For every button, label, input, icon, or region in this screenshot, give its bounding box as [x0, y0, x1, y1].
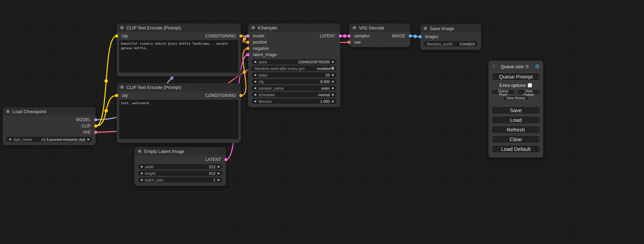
vae-output-port[interactable]	[94, 131, 97, 134]
clear-button[interactable]: Clear	[492, 135, 540, 143]
arrow-left-icon[interactable]: ◀	[254, 80, 256, 83]
arrow-right-icon[interactable]: ▶	[218, 165, 220, 168]
arrow-right-icon[interactable]: ▶	[332, 100, 334, 103]
negative-input-port[interactable]	[246, 47, 249, 50]
widget-sampler-name[interactable]: ◀ sampler_name euler ▶	[252, 85, 337, 91]
node-header[interactable]: Save Image	[420, 24, 481, 33]
widget-random-seed-toggle[interactable]: Random seed after every gen enabled	[252, 66, 337, 71]
comfy-menu-panel[interactable]: Queue size: 0 ⚙ Queue Prompt Extra optio…	[488, 61, 543, 157]
arrow-right-icon[interactable]: ▶	[218, 172, 220, 175]
model-input-port[interactable]	[246, 35, 249, 38]
model-output-port[interactable]	[94, 118, 97, 121]
arrow-left-icon[interactable]: ◀	[140, 172, 142, 175]
latent-image-input-port[interactable]	[246, 53, 249, 56]
menu-header: Queue size: 0 ⚙	[491, 63, 540, 71]
latent-output-port[interactable]	[339, 35, 342, 38]
settings-gear-icon[interactable]: ⚙	[535, 63, 540, 70]
node-vae-decode[interactable]: VAE Decode samples IMAGE vae	[349, 24, 410, 47]
collapse-dot-icon[interactable]	[424, 27, 427, 30]
input-label-positive: positive	[253, 40, 267, 45]
vae-input-port[interactable]	[347, 41, 351, 44]
widget-steps[interactable]: ◀ steps 20 ▶	[252, 72, 337, 78]
output-label-conditioning: CONDITIONING	[205, 93, 236, 98]
arrow-left-icon[interactable]: ◀	[254, 87, 256, 90]
collapse-dot-icon[interactable]	[120, 26, 124, 29]
clip-input-port[interactable]	[115, 35, 118, 38]
queue-front-button[interactable]: Queue Front	[491, 89, 515, 94]
widget-seed[interactable]: ◀ seed 156680208700286 ▶	[252, 59, 337, 64]
load-button[interactable]: Load	[492, 116, 540, 124]
widget-name: height	[145, 171, 155, 175]
conditioning-output-port[interactable]	[239, 94, 242, 97]
node-empty-latent-image[interactable]: Empty Latent Image LATENT ◀ width 512 ▶ …	[134, 147, 226, 186]
save-button[interactable]: Save	[492, 106, 540, 114]
node-load-checkpoint[interactable]: Load Checkpoint MODEL CLIP VAE ◀	[3, 107, 96, 145]
widget-value: 512	[209, 171, 215, 175]
arrow-left-icon[interactable]: ◀	[140, 165, 142, 168]
widget-filename-prefix[interactable]: filename_prefix ComfyUI	[424, 41, 478, 46]
drag-handle-icon[interactable]	[493, 65, 493, 65]
samples-input-port[interactable]	[347, 35, 351, 38]
collapse-dot-icon[interactable]	[6, 110, 10, 113]
node-header[interactable]: CLIP Text Encode (Prompt)	[117, 24, 241, 32]
arrow-left-icon[interactable]: ◀	[254, 93, 256, 96]
prompt-textarea[interactable]: text, watermark	[119, 100, 238, 139]
widget-name: filename_prefix	[427, 42, 453, 46]
arrow-left-icon[interactable]: ◀	[254, 61, 256, 63]
node-header[interactable]: VAE Decode	[349, 24, 410, 32]
extra-options-checkbox[interactable]	[528, 83, 532, 88]
node-clip-text-encode-negative[interactable]: CLIP Text Encode (Prompt) clip CONDITION…	[117, 83, 241, 143]
arrow-right-icon[interactable]: ▶	[332, 93, 334, 96]
clip-output-port[interactable]	[94, 125, 97, 128]
widget-batch-size[interactable]: ◀ batch_size 1 ▶	[138, 177, 222, 182]
refresh-button[interactable]: Refresh	[492, 126, 540, 134]
node-header[interactable]: Empty Latent Image	[134, 147, 226, 155]
arrow-left-icon[interactable]: ◀	[9, 138, 11, 141]
widget-scheduler[interactable]: ◀ scheduler normal ▶	[252, 92, 337, 97]
widget-value: v1-5-pruned-emaonly.ckpt	[41, 137, 85, 142]
widget-value: 512	[209, 165, 215, 169]
widget-height[interactable]: ◀ height 512 ▶	[138, 171, 222, 176]
view-history-button[interactable]: View History	[503, 96, 528, 101]
view-queue-button[interactable]: View Queue	[517, 89, 540, 94]
widget-cfg[interactable]: ◀ cfg 8.000 ▶	[252, 79, 337, 84]
arrow-right-icon[interactable]: ▶	[332, 80, 334, 83]
prompt-textarea[interactable]: beautiful scenery nature glass bottle la…	[119, 40, 238, 73]
arrow-left-icon[interactable]: ◀	[254, 100, 256, 103]
conditioning-output-port[interactable]	[239, 35, 242, 38]
node-save-image[interactable]: Save Image images filename_prefix ComfyU…	[420, 24, 481, 50]
queue-prompt-button[interactable]: Queue Prompt	[492, 73, 540, 81]
node-clip-text-encode-positive[interactable]: CLIP Text Encode (Prompt) clip CONDITION…	[117, 24, 241, 76]
load-default-button[interactable]: Load Default	[492, 145, 540, 153]
toggle-dot-icon[interactable]	[331, 67, 334, 70]
image-output-port[interactable]	[409, 35, 412, 38]
images-input-port[interactable]	[418, 35, 422, 38]
arrow-left-icon[interactable]: ◀	[140, 179, 142, 181]
node-header[interactable]: KSampler	[248, 24, 340, 32]
input-label-negative: negative	[253, 46, 268, 51]
collapse-dot-icon[interactable]	[252, 26, 255, 29]
clip-input-port[interactable]	[115, 94, 118, 97]
widget-ckpt-name[interactable]: ◀ ckpt_name v1-5-pruned-emaonly.ckpt ▶	[6, 137, 92, 142]
latent-output-port[interactable]	[224, 158, 228, 161]
widget-width[interactable]: ◀ width 512 ▶	[138, 164, 222, 169]
arrow-right-icon[interactable]: ▶	[332, 87, 334, 90]
widget-value: normal	[318, 93, 330, 97]
collapse-dot-icon[interactable]	[138, 150, 141, 153]
collapse-dot-icon[interactable]	[353, 26, 356, 29]
widget-denoise[interactable]: ◀ denoise 1.000 ▶	[252, 99, 337, 104]
node-header[interactable]: CLIP Text Encode (Prompt)	[117, 83, 241, 91]
arrow-right-icon[interactable]: ▶	[88, 138, 90, 141]
extra-options-label: Extra options	[500, 83, 526, 88]
arrow-right-icon[interactable]: ▶	[332, 61, 334, 63]
widget-name: Random seed after every gen	[255, 66, 305, 71]
node-header[interactable]: Load Checkpoint	[3, 107, 96, 116]
arrow-left-icon[interactable]: ◀	[254, 74, 256, 76]
node-ksampler[interactable]: KSampler model LATENT positive negative	[248, 24, 340, 107]
arrow-right-icon[interactable]: ▶	[218, 179, 220, 181]
positive-input-port[interactable]	[246, 41, 249, 44]
node-title: KSampler	[258, 25, 277, 30]
collapse-dot-icon[interactable]	[120, 85, 124, 89]
widget-value: 8.000	[320, 80, 330, 84]
arrow-right-icon[interactable]: ▶	[332, 74, 334, 76]
